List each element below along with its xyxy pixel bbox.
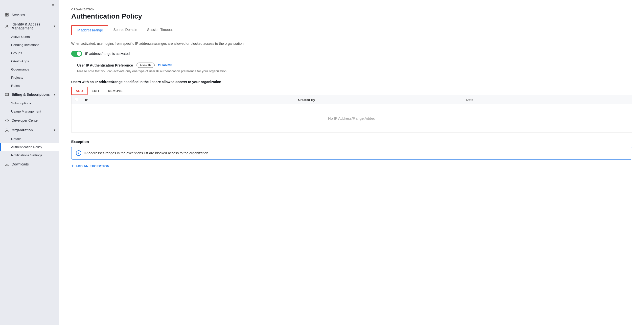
col-created-by-header: Created By: [294, 95, 463, 104]
svg-rect-3: [7, 15, 8, 16]
col-checkbox: [72, 95, 82, 104]
breadcrumb: ORGANIZATION: [71, 8, 632, 11]
developer-icon: [5, 118, 9, 123]
sidebar: Services Identity & Access Management ▾ …: [0, 0, 59, 325]
svg-point-8: [6, 131, 6, 132]
sidebar-item-pending-invitations[interactable]: Pending Invitations: [0, 41, 59, 49]
billing-icon: [5, 92, 9, 97]
add-exception-button[interactable]: + ADD AN EXCEPTION: [71, 164, 109, 169]
iam-chevron-icon: ▾: [54, 24, 55, 28]
sidebar-collapse-button[interactable]: [0, 0, 59, 10]
tab-ip-address[interactable]: IP address/range: [71, 25, 108, 35]
sidebar-item-groups[interactable]: Groups: [0, 49, 59, 57]
services-icon: [5, 12, 9, 17]
toggle-row: IP address/range is activated: [71, 51, 632, 57]
svg-point-7: [7, 128, 8, 129]
auth-pref-row: User IP Authentication Preference Allow …: [77, 62, 632, 68]
sidebar-item-authentication-policy[interactable]: Authentication Policy: [0, 143, 59, 151]
svg-line-12: [7, 130, 8, 131]
svg-line-11: [6, 130, 7, 131]
svg-rect-2: [6, 15, 7, 16]
organization-chevron-icon: ▾: [54, 128, 55, 132]
sidebar-item-downloads[interactable]: Downloads: [0, 159, 59, 169]
sidebar-item-roles[interactable]: Roles: [0, 82, 59, 90]
organization-sub-items: Details Authentication Policy Notificati…: [0, 135, 59, 159]
main-content: ORGANIZATION Authentication Policy IP ad…: [59, 0, 644, 325]
change-link[interactable]: CHANGE: [158, 63, 172, 67]
sidebar-item-services[interactable]: Services: [0, 10, 59, 20]
col-date-header: Date: [463, 95, 632, 104]
sidebar-item-usage-management[interactable]: Usage Management: [0, 107, 59, 116]
empty-message: No IP Address/Range Added: [328, 116, 376, 120]
billing-sub-items: Subscriptions Usage Management: [0, 99, 59, 116]
ip-address-table: IP Created By Date No IP Address/Range A…: [71, 95, 632, 132]
sidebar-item-governance[interactable]: Governance: [0, 65, 59, 74]
add-ip-button[interactable]: ADD: [71, 87, 88, 95]
downloads-label: Downloads: [12, 162, 29, 166]
svg-rect-1: [7, 13, 8, 14]
tab-session-timeout[interactable]: Session Timeout: [142, 25, 178, 35]
svg-point-9: [8, 131, 8, 132]
iam-label: Identity & Access Management: [12, 22, 51, 30]
sidebar-section-organization[interactable]: Organization ▾: [0, 126, 59, 135]
svg-rect-5: [5, 93, 8, 96]
sidebar-item-notifications-settings[interactable]: Notifications Settings: [0, 151, 59, 159]
page-title: Authentication Policy: [71, 12, 632, 20]
tab-description: When activated, user logins from specifi…: [71, 41, 632, 46]
ip-table-section: Users with an IP address/range specified…: [71, 80, 632, 132]
tabs-bar: IP address/range Source Domain Session T…: [71, 25, 632, 35]
organization-icon: [5, 128, 9, 132]
sidebar-item-oauth-apps[interactable]: OAuth Apps: [0, 57, 59, 65]
sidebar-item-subscriptions[interactable]: Subscriptions: [0, 99, 59, 107]
sidebar-item-active-users[interactable]: Active Users: [0, 33, 59, 41]
exception-heading: Exception: [71, 140, 632, 144]
auth-pref-label: User IP Authentication Preference: [77, 63, 133, 67]
organization-label: Organization: [12, 128, 33, 132]
billing-label: Billing & Subscriptions: [12, 92, 50, 96]
plus-icon: +: [71, 164, 74, 169]
exception-section: Exception i IP addresses/ranges in the e…: [71, 140, 632, 169]
table-toolbar: ADD EDIT REMOVE: [71, 87, 632, 95]
iam-icon: [5, 24, 9, 28]
remove-ip-button[interactable]: REMOVE: [104, 87, 126, 95]
billing-chevron-icon: ▾: [54, 93, 55, 96]
col-ip-header: IP: [82, 95, 294, 104]
ip-range-toggle[interactable]: [71, 51, 82, 57]
allow-ip-badge: Allow IP: [136, 62, 154, 68]
auth-pref-section: User IP Authentication Preference Allow …: [71, 62, 632, 73]
svg-point-4: [6, 25, 8, 26]
sidebar-section-iam[interactable]: Identity & Access Management ▾: [0, 20, 59, 33]
toggle-label: IP address/range is activated: [85, 52, 130, 56]
svg-rect-0: [6, 13, 7, 14]
select-all-checkbox[interactable]: [75, 98, 78, 101]
exception-info-box: i IP addresses/ranges in the exceptions …: [71, 147, 632, 160]
empty-state-row: No IP Address/Range Added: [72, 104, 632, 132]
downloads-icon: [5, 162, 9, 166]
tab-source-domain[interactable]: Source Domain: [108, 25, 142, 35]
ip-table-heading: Users with an IP address/range specified…: [71, 80, 632, 84]
edit-ip-button[interactable]: EDIT: [88, 87, 104, 95]
exception-info-text: IP addresses/ranges in the exceptions li…: [84, 151, 209, 155]
sidebar-item-details[interactable]: Details: [0, 135, 59, 143]
iam-sub-items: Active Users Pending Invitations Groups …: [0, 33, 59, 90]
auth-pref-note: Please note that you can activate only o…: [77, 69, 632, 73]
add-exception-label: ADD AN EXCEPTION: [76, 164, 109, 168]
sidebar-section-billing[interactable]: Billing & Subscriptions ▾: [0, 90, 59, 99]
developer-center-label: Developer Center: [12, 118, 39, 122]
services-label: Services: [12, 13, 25, 17]
info-icon: i: [76, 150, 81, 156]
sidebar-item-projects[interactable]: Projects: [0, 74, 59, 82]
sidebar-item-developer-center[interactable]: Developer Center: [0, 116, 59, 126]
